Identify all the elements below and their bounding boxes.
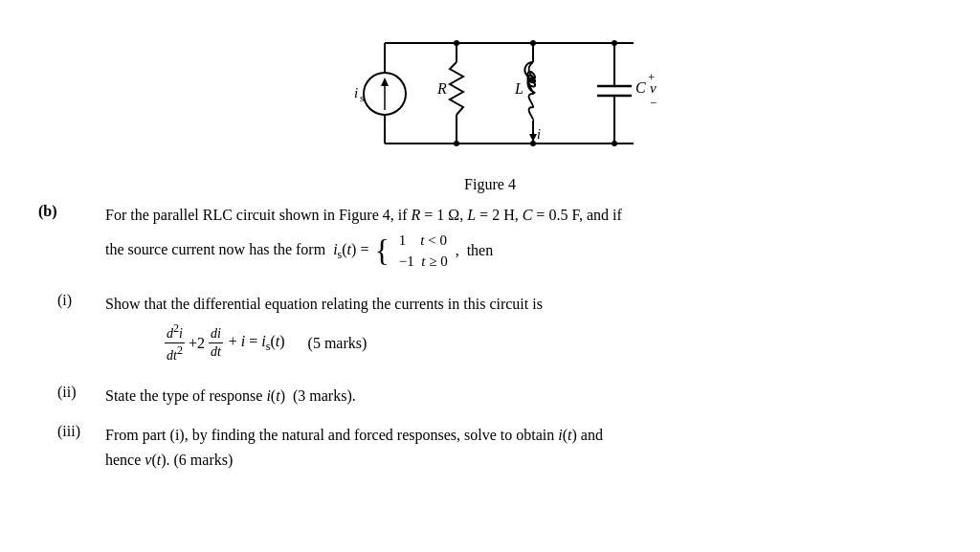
svg-point-26 [454, 40, 459, 46]
circuit-svg-wrapper: i s R L [289, 19, 691, 172]
question-b-text2: the source current now has the form is(t… [105, 230, 942, 273]
sub-ii-text: State the type of response i(t) (3 marks… [105, 384, 942, 408]
sub-i-text: Show that the differential equation rela… [105, 292, 942, 317]
svg-text:i: i [537, 127, 541, 142]
svg-point-27 [530, 40, 536, 46]
question-b-text1: For the parallel RLC circuit shown in Fi… [105, 203, 942, 228]
circuit-container: i s R L [38, 19, 942, 193]
sub-content-i: Show that the differential equation rela… [105, 292, 942, 368]
svg-point-29 [454, 141, 459, 146]
svg-text:−: − [650, 96, 657, 110]
svg-text:v: v [650, 80, 657, 96]
sub-content-iii: From part (i), by finding the natural an… [105, 423, 942, 472]
svg-point-31 [612, 141, 617, 146]
question-b: (b) For the parallel RLC circuit shown i… [38, 203, 942, 275]
svg-point-30 [530, 141, 536, 146]
sub-iii-text: From part (i), by finding the natural an… [105, 423, 942, 472]
sub-label-ii: (ii) [38, 384, 105, 408]
page: i s R L [38, 19, 942, 488]
svg-text:C: C [635, 79, 646, 96]
svg-marker-16 [529, 134, 537, 142]
sub-i-equation: d2i dt2 +2 di dt + i = is(t) (5 marks) [163, 321, 942, 364]
svg-point-28 [612, 40, 617, 46]
sub-question-ii: (ii) State the type of response i(t) (3 … [38, 384, 942, 408]
question-b-label: (b) [38, 203, 105, 275]
svg-text:L: L [514, 80, 523, 97]
circuit-diagram: i s R L [289, 19, 691, 172]
sub-content-ii: State the type of response i(t) (3 marks… [105, 384, 942, 408]
sub-question-i: (i) Show that the differential equation … [38, 292, 942, 368]
sub-label-i: (i) [38, 292, 105, 368]
svg-text:R: R [436, 80, 447, 97]
svg-marker-5 [381, 77, 389, 86]
sub-question-iii: (iii) From part (i), by finding the natu… [38, 423, 942, 472]
svg-text:i: i [354, 85, 358, 100]
sub-label-iii: (iii) [38, 423, 105, 472]
svg-text:s: s [360, 92, 364, 103]
question-b-content: For the parallel RLC circuit shown in Fi… [105, 203, 942, 275]
figure-label: Figure 4 [464, 176, 516, 193]
